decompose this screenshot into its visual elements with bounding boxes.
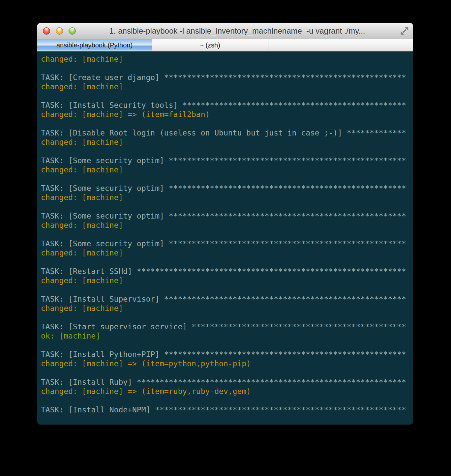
minimize-button[interactable] bbox=[56, 27, 63, 35]
terminal-line: TASK: [Some security optim] ************… bbox=[41, 211, 407, 221]
terminal-line: TASK: [Create user django] *************… bbox=[41, 73, 407, 82]
terminal-line bbox=[41, 202, 407, 211]
terminal-line: TASK: [Install Security tools] *********… bbox=[41, 101, 407, 110]
terminal-line: changed: [machine] bbox=[41, 165, 407, 174]
terminal-line bbox=[41, 64, 407, 73]
terminal-line: changed: [machine] bbox=[41, 137, 407, 147]
terminal-line bbox=[41, 119, 407, 128]
terminal-line: changed: [machine] => (item=fail2ban) bbox=[41, 110, 407, 119]
tab-bar: ansible-playbook (Python) ~ (zsh) bbox=[37, 39, 413, 52]
terminal-line: changed: [machine] => (item=python,pytho… bbox=[41, 359, 407, 368]
tab-zsh[interactable]: ~ (zsh) bbox=[152, 39, 268, 51]
terminal-line: changed: [machine] bbox=[41, 221, 407, 230]
tab-bar-empty-area bbox=[268, 39, 413, 51]
terminal-line bbox=[41, 230, 407, 239]
terminal-line: TASK: [Some security optim] ************… bbox=[41, 184, 407, 193]
tab-label: ansible-playbook (Python) bbox=[56, 42, 133, 49]
terminal-line bbox=[41, 368, 407, 377]
terminal-line bbox=[41, 285, 407, 294]
terminal-line: TASK: [Disable Root login (useless on Ub… bbox=[41, 128, 407, 137]
zoom-button[interactable] bbox=[69, 27, 76, 35]
terminal-line: TASK: [Install Node+NPM] ***************… bbox=[41, 405, 407, 414]
terminal-line: TASK: [Install Ruby] *******************… bbox=[41, 377, 407, 387]
terminal-line bbox=[41, 341, 407, 350]
tab-ansible-playbook[interactable]: ansible-playbook (Python) bbox=[37, 39, 152, 51]
terminal-line: TASK: [Restart SSHd] *******************… bbox=[41, 267, 407, 276]
terminal-line: changed: [machine] bbox=[41, 193, 407, 202]
terminal-line: TASK: [Install Python+PIP] *************… bbox=[41, 350, 407, 359]
terminal-line: changed: [machine] bbox=[41, 248, 407, 257]
terminal-line bbox=[41, 147, 407, 156]
terminal-line: changed: [machine] bbox=[41, 82, 407, 91]
terminal-line: TASK: [Install Supervisor] *************… bbox=[41, 294, 407, 304]
tab-label: ~ (zsh) bbox=[200, 42, 220, 49]
expand-diagonal-arrows-icon[interactable] bbox=[399, 25, 410, 37]
terminal-line bbox=[41, 91, 407, 101]
terminal-line: ok: [machine] bbox=[41, 331, 407, 341]
terminal-line: TASK: [Some security optim] ************… bbox=[41, 239, 407, 248]
terminal-line: changed: [machine] bbox=[41, 276, 407, 285]
terminal-line: changed: [machine] bbox=[41, 54, 407, 64]
terminal-line: TASK: [Start supervisor service] *******… bbox=[41, 322, 407, 331]
terminal-line: changed: [machine] => (item=ruby,ruby-de… bbox=[41, 387, 407, 396]
terminal-line: changed: [machine] bbox=[41, 304, 407, 313]
terminal-line bbox=[41, 174, 407, 184]
terminal-line bbox=[41, 257, 407, 267]
terminal-line bbox=[41, 396, 407, 405]
terminal-output[interactable]: changed: [machine] TASK: [Create user dj… bbox=[37, 52, 413, 425]
terminal-line: TASK: [Some security optim] ************… bbox=[41, 156, 407, 165]
desktop-background: { "window": { "title": "1. ansible-playb… bbox=[0, 0, 451, 476]
window-title: 1. ansible-playbook -i ansible_inventory… bbox=[76, 26, 399, 36]
title-bar[interactable]: 1. ansible-playbook -i ansible_inventory… bbox=[37, 23, 413, 39]
terminal-window: 1. ansible-playbook -i ansible_inventory… bbox=[37, 23, 413, 424]
traffic-light-buttons bbox=[37, 27, 76, 35]
close-button[interactable] bbox=[43, 27, 50, 35]
terminal-line bbox=[41, 313, 407, 322]
